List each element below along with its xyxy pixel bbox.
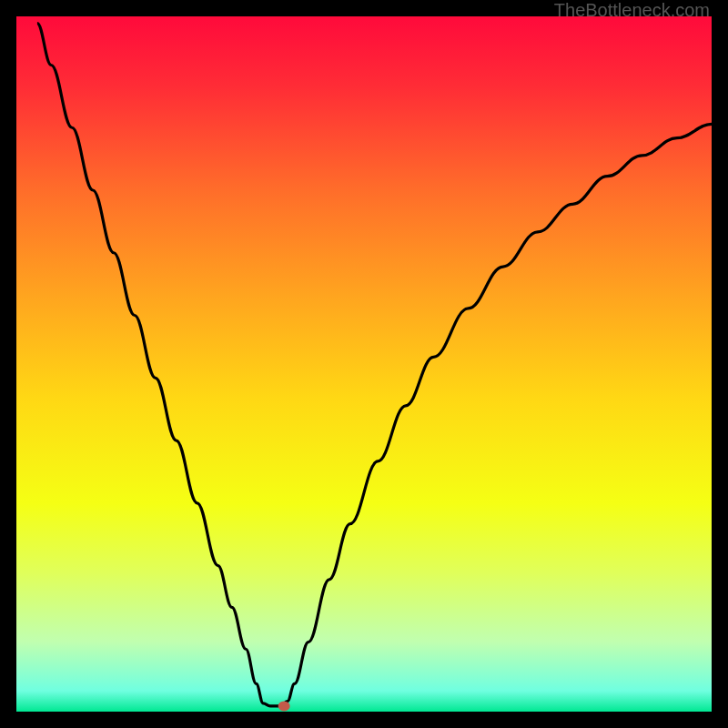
watermark-text: TheBottleneck.com <box>554 0 710 21</box>
bottleneck-chart <box>16 16 712 712</box>
optimal-point-marker <box>278 701 290 711</box>
chart-frame <box>16 16 712 712</box>
chart-background <box>16 16 712 712</box>
